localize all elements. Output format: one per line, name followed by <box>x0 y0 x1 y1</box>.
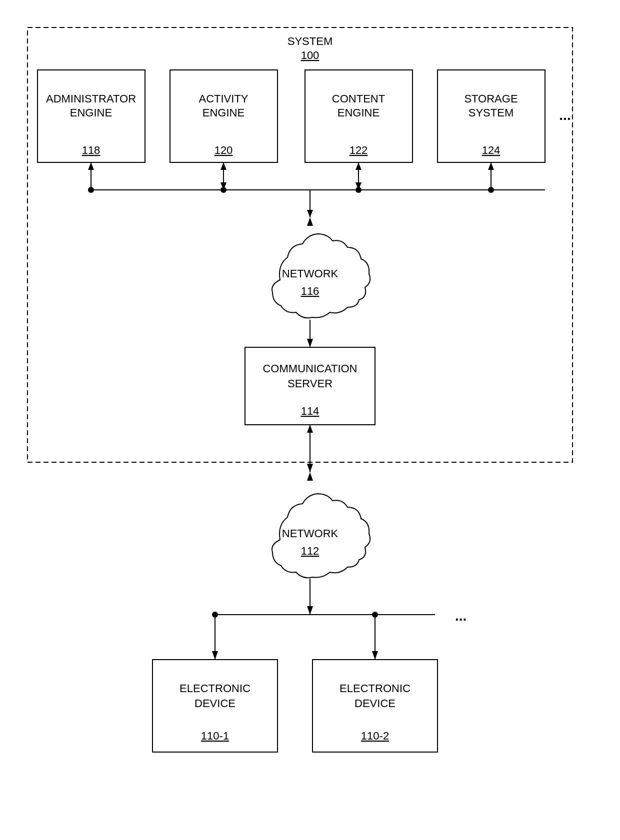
junction-dot-activity <box>220 187 226 193</box>
admin-engine-label: ADMINISTRATOR <box>46 92 136 105</box>
svg-text:112: 112 <box>301 545 320 557</box>
activity-engine-label2: ENGINE <box>202 106 244 119</box>
storage-system-number: 124 <box>482 144 500 156</box>
electronic-device2-number: 110-2 <box>361 730 389 742</box>
system-number: 100 <box>301 49 320 61</box>
device1-arrow-down <box>212 651 218 660</box>
junction-dot-admin <box>88 187 94 193</box>
commserver-arrow-down-outside <box>307 464 313 472</box>
network112-arrow-down <box>307 606 313 615</box>
comm-server-label: COMMUNICATION <box>262 362 357 375</box>
storage-system-label: STORAGE <box>464 92 518 105</box>
electronic-device2-label: ELECTRONIC <box>340 682 410 695</box>
admin-engine-label2: ENGINE <box>70 106 112 119</box>
electronic-device1-label: ELECTRONIC <box>180 682 250 695</box>
activity-engine-number: 120 <box>214 144 233 156</box>
admin-engine-number: 118 <box>82 144 100 156</box>
system-label: SYSTEM <box>288 35 332 47</box>
svg-text:116: 116 <box>301 285 320 297</box>
diagram-container: SYSTEM 100 ADMINISTRATOR ENGINE 118 ACTI… <box>0 0 620 840</box>
junction-dot-content <box>356 187 362 193</box>
network112-arrow-up <box>307 472 313 481</box>
network-112-cloud: NETWORK 112 <box>272 494 370 578</box>
electronic-device1-number: 110-1 <box>201 730 229 742</box>
junction-dot-storage <box>488 187 494 193</box>
svg-text:NETWORK: NETWORK <box>282 267 338 280</box>
electronic-device2-label2: DEVICE <box>354 697 396 710</box>
svg-text:NETWORK: NETWORK <box>282 527 338 540</box>
device2-arrow-down <box>372 651 378 660</box>
top-ellipsis: ... <box>559 107 570 123</box>
comm-server-label2: SERVER <box>288 377 332 390</box>
content-engine-number: 122 <box>350 144 368 156</box>
content-engine-label: CONTENT <box>332 92 385 105</box>
activity-engine-label: ACTIVITY <box>198 92 248 105</box>
device-ellipsis: ... <box>455 608 466 624</box>
content-engine-label2: ENGINE <box>338 106 380 119</box>
storage-system-label2: SYSTEM <box>468 106 514 119</box>
comm-server-number: 114 <box>301 405 320 417</box>
electronic-device1-label2: DEVICE <box>194 697 236 710</box>
